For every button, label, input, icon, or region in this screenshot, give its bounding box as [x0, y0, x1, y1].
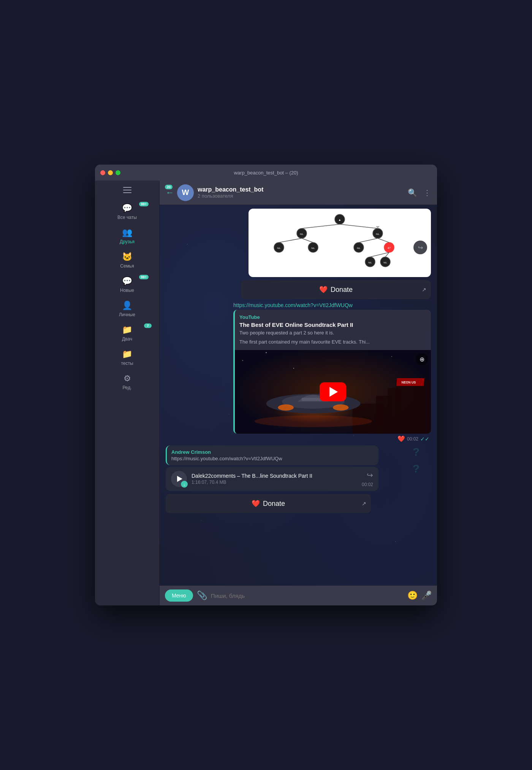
- svg-line-17: [279, 238, 302, 242]
- svg-text:▲: ▲: [338, 218, 341, 222]
- yt-desc-2: The first part contained my main favouri…: [239, 339, 426, 345]
- reply-message: Andrew Crimson https://music.youtube.com…: [166, 445, 378, 465]
- svg-text:NIL: NIL: [311, 247, 315, 249]
- forward-button[interactable]: ↪: [413, 241, 427, 254]
- audio-info: Dalek22comments – The B...line Soundtrac…: [192, 473, 357, 485]
- attach-icon[interactable]: 📎: [197, 591, 207, 600]
- maximize-button[interactable]: [116, 170, 120, 175]
- youtube-message: ? ? ? ? https://music.youtube.com/watch?…: [166, 302, 431, 442]
- reply-text: https://music.youtube.com/watch?v=VtI2Jd…: [171, 456, 374, 461]
- chat-name: warp_beacon_test_bot: [198, 186, 408, 193]
- sidebar: 99+ 💬 Все чаты 👥 Друзья 🐱 Семья 99+ 💬 Но…: [95, 181, 160, 605]
- new-label: Новые: [120, 288, 134, 293]
- audio-meta: 1:16:07, 70.4 MB: [192, 480, 357, 485]
- tree-svg: ▲ NIL NIL: [252, 212, 427, 273]
- sidebar-item-edit[interactable]: ⚙ Ред.: [95, 370, 159, 394]
- message-input[interactable]: [211, 593, 404, 599]
- chat-avatar: W: [177, 184, 194, 201]
- svg-line-6: [302, 224, 340, 228]
- unread-badge: 20: [165, 185, 173, 189]
- donate-banner-1-wrap: ❤️ Donate ↗: [166, 280, 431, 299]
- chat-header: 20 ← W warp_beacon_test_bot 2 пользовате…: [160, 181, 437, 205]
- download-badge: ↓: [181, 481, 188, 488]
- sidebar-item-family[interactable]: 🐱 Семья: [95, 248, 159, 273]
- chat-info: warp_beacon_test_bot 2 пользователя: [198, 186, 408, 199]
- audio-title: Dalek22comments – The B...line Soundtrac…: [192, 473, 357, 479]
- svg-line-19: [359, 238, 378, 242]
- dvach-label: Двач: [122, 336, 132, 342]
- audio-play-button[interactable]: ↓: [171, 471, 187, 487]
- donate-banner-2[interactable]: ❤️ Donate ↗: [166, 494, 371, 513]
- friends-icon: 👥: [122, 228, 132, 238]
- chat-messages[interactable]: ▲ NIL NIL: [160, 205, 437, 586]
- donate-banner-1[interactable]: ❤️ Donate ↗: [241, 280, 431, 299]
- svg-text:NIL: NIL: [368, 261, 372, 264]
- msg-meta-1: ❤️ 00:02 ✓✓: [166, 435, 431, 442]
- yt-thumbnail: NEON US: [235, 350, 431, 434]
- tree-image-message: ▲ NIL NIL: [249, 209, 431, 277]
- sidebar-item-new[interactable]: 99+ 💬 Новые: [95, 273, 159, 297]
- traffic-lights: [100, 170, 120, 175]
- donate-banner-2-wrap: ❤️ Donate ↗: [166, 494, 431, 513]
- window-title: warp_beacon_test_bot – (20): [234, 170, 298, 176]
- donate-heart-icon-2: ❤️: [252, 499, 260, 508]
- more-options-icon[interactable]: ⋮: [423, 188, 431, 197]
- chat-members: 2 пользователя: [198, 193, 408, 199]
- reply-author: Andrew Crimson: [171, 449, 374, 455]
- play-button[interactable]: [320, 382, 346, 401]
- svg-text:NIL: NIL: [376, 233, 380, 235]
- svg-text:NIL: NIL: [300, 233, 304, 235]
- svg-line-25: [370, 252, 389, 257]
- close-button[interactable]: [100, 170, 105, 175]
- donate-label-2: Donate: [263, 500, 285, 508]
- microphone-icon[interactable]: 🎤: [421, 591, 432, 600]
- svg-text:NIL: NIL: [357, 247, 361, 249]
- donate-label-1: Donate: [331, 286, 353, 294]
- reply-audio-group: ? ? Andrew Crimson https://music.youtube…: [166, 445, 431, 491]
- new-icon: 💬: [122, 276, 132, 286]
- expand-icon-1: ↗: [422, 287, 426, 293]
- friends-label: Друзья: [120, 239, 135, 244]
- donate-heart-icon-1: ❤️: [319, 285, 328, 294]
- search-icon[interactable]: 🔍: [408, 188, 417, 197]
- tree-message: ▲ NIL NIL: [166, 209, 431, 277]
- yt-thumbnail-overlay: [235, 350, 431, 434]
- svg-text:NIL: NIL: [277, 247, 281, 249]
- msg-time-2: 00:02: [362, 482, 373, 487]
- sidebar-item-all-chats[interactable]: 99+ 💬 Все чаты: [95, 200, 159, 224]
- menu-button[interactable]: Меню: [165, 589, 193, 602]
- sidebar-item-personal[interactable]: 👤 Личные: [95, 297, 159, 321]
- minimize-button[interactable]: [108, 170, 113, 175]
- app-window: warp_beacon_test_bot – (20) 99+ 💬 Все ча…: [95, 165, 437, 605]
- svg-line-7: [340, 224, 378, 228]
- back-button[interactable]: 20 ←: [166, 188, 174, 198]
- chat-panel: 20 ← W warp_beacon_test_bot 2 пользовате…: [160, 181, 437, 605]
- yt-label: YouTube: [239, 314, 426, 320]
- all-chats-icon: 💬: [122, 203, 132, 213]
- tests-icon: 📁: [122, 349, 132, 359]
- youtube-url-link[interactable]: https://music.youtube.com/watch?v=VtI2Jd…: [233, 302, 431, 308]
- msg-time-1: 00:02: [407, 436, 418, 442]
- yt-desc-1: Two people requested a part 2 so here it…: [239, 330, 426, 336]
- dvach-badge: 7: [144, 323, 152, 328]
- edit-label: Ред.: [122, 385, 131, 390]
- all-chats-label: Все чаты: [117, 215, 137, 220]
- audio-forward-button[interactable]: ↪: [367, 471, 373, 480]
- emoji-icon[interactable]: 🙂: [407, 591, 418, 600]
- audio-message: ↓ Dalek22comments – The B...line Soundtr…: [166, 467, 378, 491]
- reaction-heart-1[interactable]: ❤️: [397, 435, 405, 442]
- sidebar-item-friends[interactable]: 👥 Друзья: [95, 224, 159, 248]
- sidebar-item-dvach[interactable]: 7 📁 Двач: [95, 321, 159, 345]
- expand-icon-2: ↗: [362, 501, 366, 507]
- youtube-card: YouTube The Best of EVE Online Soundtrac…: [233, 310, 431, 434]
- personal-label: Личные: [119, 312, 135, 317]
- family-label: Семья: [120, 263, 134, 269]
- sidebar-item-tests[interactable]: 📁 тесты: [95, 345, 159, 370]
- chat-input-bar: Меню 📎 🙂 🎤: [160, 586, 437, 605]
- main-layout: 99+ 💬 Все чаты 👥 Друзья 🐱 Семья 99+ 💬 Но…: [95, 181, 437, 605]
- yt-title: The Best of EVE Online Soundtrack Part I…: [239, 322, 426, 328]
- all-chats-badge: 99+: [139, 202, 149, 206]
- dvach-icon: 📁: [122, 325, 132, 335]
- tests-label: тесты: [121, 361, 133, 366]
- sidebar-menu-button[interactable]: [120, 184, 135, 196]
